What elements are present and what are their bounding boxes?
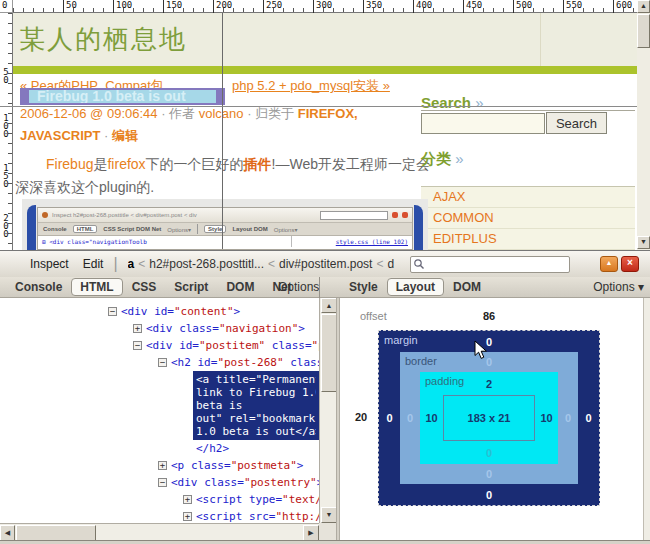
scroll-left-button[interactable]: ◀ (0, 525, 15, 541)
firebug-search-input[interactable] (410, 256, 570, 273)
firebug-left-tabs: ConsoleHTMLCSSScriptDOMNet (0, 277, 318, 297)
close-button[interactable]: × (621, 256, 639, 272)
search-input[interactable] (421, 113, 545, 134)
vertical-ruler: 50100150200 (0, 13, 13, 250)
plugin-link[interactable]: 插件 (244, 156, 272, 172)
padding-right-value: 10 (535, 395, 558, 441)
scroll-up-button[interactable]: ▲ (321, 298, 337, 313)
tab-dom[interactable]: DOM (444, 278, 490, 296)
firebug-tab-bar: ConsoleHTMLCSSScriptDOMNet Options Style… (0, 277, 650, 298)
scroll-up-button[interactable]: ▲ (637, 0, 650, 13)
search-button[interactable]: Search (546, 112, 607, 134)
layout-content-box[interactable]: 183 x 21 (443, 395, 535, 441)
sidebar-categories-heading: 分类 » (421, 150, 464, 169)
category-link-javascript[interactable]: JAVASCRIPT (20, 128, 100, 143)
expand-icon[interactable]: + (133, 324, 142, 333)
breadcrumb-node[interactable]: div#postitem.post (279, 257, 372, 271)
breadcrumb: a<h2#post-268.posttitl...<div#postitem.p… (128, 257, 408, 271)
breadcrumb-separator: < (138, 257, 145, 271)
right-options-menu[interactable]: Options ▾ (593, 280, 650, 294)
layout-padding-box[interactable]: padding 2 10 183 x 21 10 0 (420, 372, 558, 464)
sidebar-search-rule (421, 110, 635, 111)
html-panel-vscrollbar[interactable]: ▲ ▼ (319, 298, 336, 523)
tab-css[interactable]: CSS (123, 278, 166, 296)
scrollbar-thumb[interactable] (16, 525, 96, 541)
post-meta-line2: JAVASCRIPT · 编辑 (20, 127, 138, 145)
firebug-toolbar: Inspect Edit | a<h2#post-268.posttitl...… (0, 250, 650, 277)
scroll-down-button[interactable]: ▼ (321, 507, 337, 523)
edit-link[interactable]: 编辑 (112, 128, 138, 143)
expand-icon[interactable]: + (183, 495, 192, 504)
ruler-tick-label: 450 (463, 0, 482, 13)
tree-node[interactable]: −<div id="content"> (0, 303, 319, 320)
edit-button[interactable]: Edit (83, 257, 104, 271)
next-post-link[interactable]: php 5.2 + pdo_mysql安装 » (232, 77, 390, 95)
scrollbar-thumb[interactable] (321, 314, 337, 392)
tree-node[interactable]: −<div class="postentry"> (0, 474, 319, 491)
expand-icon[interactable]: + (158, 461, 167, 470)
ruler-tick-label: 350 (363, 0, 382, 13)
tab-layout[interactable]: Layout (387, 278, 444, 296)
ruler-tick-label: 500 (513, 0, 532, 13)
tree-node[interactable]: </h2> (0, 440, 319, 457)
tree-node[interactable]: +<p class="postmeta"> (0, 457, 319, 474)
header-accent-bar (13, 66, 637, 74)
tree-node[interactable]: +<script type="text/javascript"> (0, 491, 319, 508)
ruler-tick-label: 50 (63, 0, 77, 13)
minimize-button[interactable]: ▲ (600, 256, 618, 272)
firefox-link[interactable]: firefox (107, 156, 145, 172)
page-scrollbar[interactable]: ▲ ▼ (637, 0, 650, 250)
firebug-bottom-edge (0, 540, 650, 544)
border-bottom-value: 0 (486, 468, 492, 480)
scroll-down-button[interactable]: ▼ (637, 236, 650, 249)
tab-html[interactable]: HTML (71, 278, 122, 296)
thumbnail-window-curve-left (27, 205, 36, 250)
tab-dom[interactable]: DOM (217, 278, 263, 296)
ruler-tick-label: 50 (0, 68, 12, 84)
ruler-tick-label: 600 (613, 0, 632, 13)
collapse-icon[interactable]: − (158, 358, 167, 367)
horizontal-ruler: 50100150200250300350400450500550600 (0, 0, 650, 13)
html-tree: −<div id="content">+<div class="navigati… (0, 298, 319, 528)
scrollbar-thumb[interactable] (637, 14, 650, 48)
selected-node[interactable]: <a title="Permanentlink to Firebug 1.0be… (193, 371, 319, 440)
margin-right-value: 0 (578, 352, 599, 484)
border-left-value: 0 (400, 372, 420, 464)
mini-minimize-button (392, 212, 398, 218)
thumbnail-mini-firebug: Inspect h2#post-268.posttitle < div#post… (37, 207, 413, 250)
tab-console[interactable]: Console (6, 278, 71, 296)
ruler-tick-label: 550 (563, 0, 582, 13)
tree-node[interactable]: −<h2 id="post-268" class="posttitle"> (0, 354, 319, 371)
expand-icon[interactable]: + (183, 512, 192, 521)
post-date: 2006-12-06 @ 09:06:44 (20, 106, 158, 121)
tab-script[interactable]: Script (165, 278, 217, 296)
firebug-link[interactable]: Firebug (46, 156, 93, 172)
category-item[interactable]: COMMON (421, 208, 635, 229)
border-label: border (405, 355, 437, 367)
category-item[interactable]: AJAX (421, 187, 635, 208)
scroll-right-button[interactable]: ▶ (303, 525, 319, 541)
tree-node[interactable]: +<div class="navigation"> (0, 320, 319, 337)
ruler-tick-label: 100 (113, 0, 132, 13)
html-panel-hscrollbar[interactable]: ◀ ▶ (0, 523, 319, 540)
ruler-tick-label: 200 (213, 0, 232, 13)
collapse-icon[interactable]: − (108, 307, 117, 316)
breadcrumb-node[interactable]: d (387, 257, 394, 271)
category-item[interactable]: EDITPLUS (421, 229, 635, 250)
ruler-tick-label: 200 (0, 214, 12, 238)
screenshot-root: 某人的栖息地 « Pear的PHP_Compat包 php 5.2 + pdo_… (0, 0, 650, 544)
mini-close-button (402, 212, 408, 218)
layout-border-box[interactable]: border 0 0 padding 2 10 (400, 352, 578, 484)
post-title-link[interactable]: Firebug 1.0 beta is out (29, 90, 216, 103)
breadcrumb-node[interactable]: h2#post-268.posttitl... (149, 257, 264, 271)
breadcrumb-node[interactable]: a (128, 257, 135, 271)
collapse-icon[interactable]: − (133, 341, 142, 350)
layout-offset-left-value: 20 (348, 411, 374, 423)
tree-node[interactable]: −<div id="postitem" class="post"> (0, 337, 319, 354)
category-list: AJAXCOMMONEDITPLUS (421, 186, 635, 250)
collapse-icon[interactable]: − (158, 478, 167, 487)
category-link-firefox[interactable]: FIREFOX, (298, 106, 358, 121)
inspect-button[interactable]: Inspect (30, 257, 69, 271)
firebug-right-tabs-wrap: StyleLayoutDOM Options ▾ (332, 277, 650, 297)
tab-style[interactable]: Style (340, 278, 387, 296)
